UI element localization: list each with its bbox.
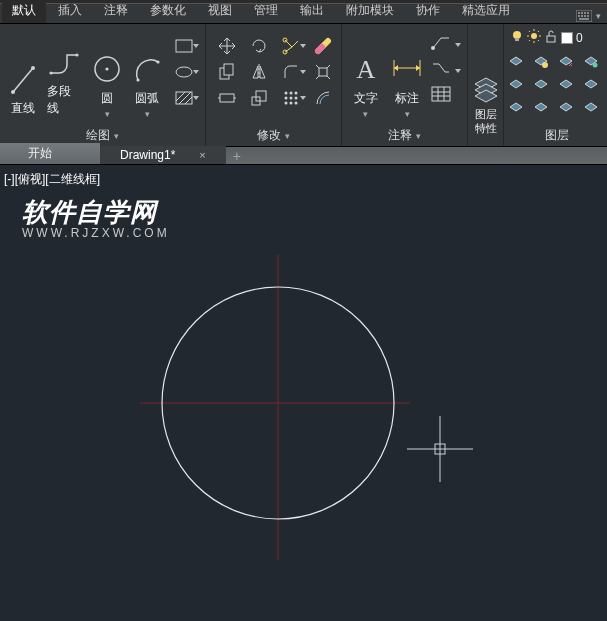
- tool-move[interactable]: [212, 34, 242, 58]
- tool-layerprops-label1: 图层: [475, 109, 497, 120]
- tab-view[interactable]: 视图: [198, 0, 242, 23]
- close-tab-icon[interactable]: ×: [199, 149, 205, 161]
- panel-modify: 修改▾: [206, 24, 342, 146]
- svg-rect-7: [584, 15, 586, 17]
- svg-point-13: [50, 71, 53, 74]
- tool-arc[interactable]: 圆弧 ▾: [130, 28, 165, 121]
- tool-explode[interactable]: [308, 60, 338, 84]
- doc-tab-drawing1[interactable]: Drawing1* ×: [100, 146, 226, 164]
- tool-erase[interactable]: [308, 34, 338, 58]
- panel-annotation: A 文字 ▾ 标注 ▾ 注释▾: [342, 24, 468, 146]
- tool-hatch[interactable]: [169, 86, 199, 110]
- sun-icon[interactable]: [527, 29, 541, 46]
- table-icon: [431, 86, 451, 102]
- svg-rect-6: [581, 15, 583, 17]
- drawing-svg: [0, 165, 607, 621]
- tab-manage[interactable]: 管理: [244, 0, 288, 23]
- layer-tool-9[interactable]: [508, 101, 530, 121]
- svg-point-44: [285, 102, 288, 105]
- panel-annotation-title[interactable]: 注释▾: [348, 125, 461, 146]
- lock-open-icon[interactable]: [544, 29, 558, 46]
- tool-leader[interactable]: [431, 34, 461, 56]
- svg-point-51: [431, 46, 435, 50]
- tool-mleader[interactable]: [431, 60, 461, 82]
- tool-ellipse[interactable]: [169, 60, 199, 84]
- tool-polyline[interactable]: 多段线: [44, 28, 85, 121]
- svg-rect-9: [579, 18, 589, 20]
- tool-table[interactable]: [431, 86, 461, 108]
- svg-point-40: [295, 92, 298, 95]
- doc-tab-start[interactable]: 开始: [0, 143, 100, 164]
- tab-parametric[interactable]: 参数化: [140, 0, 196, 23]
- tool-dimension[interactable]: 标注 ▾: [388, 28, 427, 121]
- tool-dimension-label: 标注: [395, 90, 419, 107]
- text-icon: A: [351, 52, 381, 86]
- svg-line-10: [13, 68, 33, 92]
- tool-copy[interactable]: [212, 60, 242, 84]
- tab-insert[interactable]: 插入: [48, 0, 92, 23]
- layer-counter: 0: [576, 31, 583, 45]
- tab-featured[interactable]: 精选应用: [452, 0, 520, 23]
- layer-tool-2[interactable]: [533, 55, 555, 75]
- layer-tool-5[interactable]: [508, 78, 530, 98]
- tool-rotate[interactable]: [244, 34, 274, 58]
- layer-tool-12[interactable]: [583, 101, 605, 121]
- tool-circle[interactable]: 圆 ▾: [89, 28, 126, 121]
- svg-point-39: [290, 92, 293, 95]
- tool-rectangle[interactable]: [169, 34, 199, 58]
- tool-layer-properties[interactable]: 图层 特性: [470, 28, 501, 138]
- new-tab-button[interactable]: +: [226, 148, 248, 164]
- tool-circle-label: 圆: [101, 90, 113, 107]
- tool-mirror[interactable]: [244, 60, 274, 84]
- tab-addins[interactable]: 附加模块: [336, 0, 404, 23]
- array-icon: [282, 89, 300, 107]
- arc-icon: [132, 52, 162, 86]
- tab-output[interactable]: 输出: [290, 0, 334, 23]
- layer-tool-3[interactable]: [558, 55, 580, 75]
- svg-point-43: [295, 97, 298, 100]
- svg-point-16: [106, 67, 109, 70]
- layer-color-swatch[interactable]: [561, 32, 573, 44]
- svg-text:A: A: [356, 55, 375, 84]
- layer-tool-1[interactable]: [508, 55, 530, 75]
- svg-line-31: [316, 65, 319, 68]
- tool-fillet[interactable]: [276, 60, 306, 84]
- tool-trim[interactable]: [276, 34, 306, 58]
- drawing-canvas[interactable]: [-][俯视][二维线框] 软件自学网 WWW.RJZXW.COM: [0, 165, 607, 621]
- tool-line[interactable]: 直线: [6, 28, 40, 121]
- dimension-icon: [390, 52, 424, 86]
- tool-layerprops-label2: 特性: [475, 123, 497, 134]
- layer-tool-4[interactable]: [583, 55, 605, 75]
- svg-line-24: [185, 97, 192, 104]
- tab-collaborate[interactable]: 协作: [406, 0, 450, 23]
- svg-rect-19: [176, 40, 192, 52]
- layer-tool-8[interactable]: [583, 78, 605, 98]
- layer-tool-6[interactable]: [533, 78, 555, 98]
- tool-stretch[interactable]: [212, 86, 242, 110]
- panel-layerprops: 图层 特性: [468, 24, 504, 146]
- svg-point-45: [290, 102, 293, 105]
- tool-offset[interactable]: [308, 86, 338, 110]
- layer-tool-11[interactable]: [558, 101, 580, 121]
- chevron-down-icon: ▾: [285, 131, 290, 141]
- svg-point-20: [176, 67, 192, 77]
- layer-tool-10[interactable]: [533, 101, 555, 121]
- layer-tool-7[interactable]: [558, 78, 580, 98]
- svg-point-18: [157, 60, 160, 63]
- panel-layers-title[interactable]: 图层: [508, 125, 605, 146]
- explode-icon: [314, 63, 332, 81]
- svg-rect-58: [515, 38, 519, 41]
- scale-icon: [250, 89, 268, 107]
- tool-scale[interactable]: [244, 86, 274, 110]
- svg-rect-30: [319, 68, 327, 76]
- ribbon: 直线 多段线 圆 ▾ 圆弧 ▾ 绘图▾: [0, 24, 607, 147]
- chevron-down-icon: ▾: [416, 131, 421, 141]
- tool-line-label: 直线: [11, 100, 35, 117]
- tool-text[interactable]: A 文字 ▾: [348, 28, 384, 121]
- bulb-on-icon[interactable]: [510, 29, 524, 46]
- tab-annotate[interactable]: 注释: [94, 0, 138, 23]
- tab-default[interactable]: 默认: [2, 0, 46, 23]
- panel-modify-title[interactable]: 修改▾: [212, 125, 335, 146]
- trim-icon: [282, 37, 300, 55]
- tool-array[interactable]: [276, 86, 306, 110]
